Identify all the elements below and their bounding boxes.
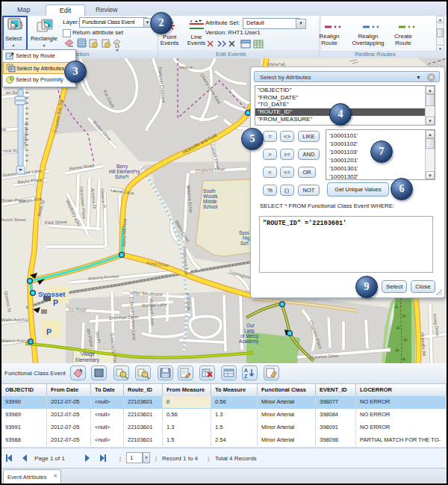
svg-text:Woods: Woods [203,194,217,199]
svg-text:P: P [46,327,52,336]
svg-text:Scho*l: Scho*l [115,174,128,179]
svg-text:Z: Z [244,374,248,379]
svg-text:}: } [20,20,23,29]
svg-text:South: South [203,188,216,194]
svg-text:School: School [203,204,217,209]
svg-text:ue: ue [1,127,7,132]
svg-text:Elementary: Elementary [75,357,100,363]
svg-text:Hollow: Hollow [179,65,193,69]
svg-text:Wails Avenue: Wails Avenue [1,318,29,322]
svg-text:Sch: Sch [240,241,249,246]
svg-text:Village: Village [81,351,95,357]
svg-text:P: P [53,298,58,307]
svg-text:Waters Avenue: Waters Avenue [1,339,32,343]
svg-text:Ira Road: Ira Road [69,307,86,312]
svg-text:Syosset: Syosset [38,290,66,298]
svg-text:hurch Street: hurch Street [1,217,26,222]
svg-text:East Street: East Street [45,220,67,225]
svg-text:y R.O.W.: y R.O.W. [186,293,192,312]
svg-text:A: A [244,368,248,373]
svg-text:Academy: Academy [239,339,259,345]
svg-text:Our: Our [246,323,255,328]
svg-text:Middle: Middle [203,199,217,204]
